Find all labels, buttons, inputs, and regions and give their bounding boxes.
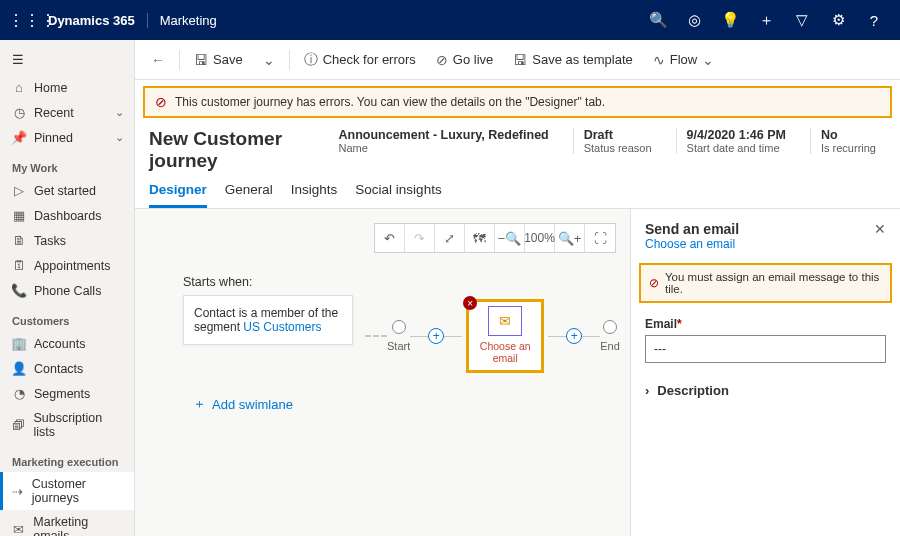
gear-icon[interactable]: ⚙ — [820, 11, 856, 29]
nav-recent[interactable]: ◷Recent⌄ — [0, 100, 134, 125]
tab-designer[interactable]: Designer — [149, 182, 207, 208]
tab-social-insights[interactable]: Social insights — [355, 182, 441, 208]
search-icon[interactable]: 🔍 — [640, 11, 676, 29]
panel-title: Send an email — [645, 221, 739, 237]
zoom-level[interactable]: 100% — [525, 224, 555, 252]
undo-button[interactable]: ↶ — [375, 224, 405, 252]
nav-marketing-emails[interactable]: ✉Marketing emails — [0, 510, 134, 536]
page-title: New Customer journey — [149, 128, 329, 172]
bulb-icon[interactable]: 💡 — [712, 11, 748, 29]
calendar-icon: 🗓 — [10, 258, 28, 273]
start-condition-box[interactable]: Contact is a member of the segment US Cu… — [183, 295, 353, 345]
nav-appointments[interactable]: 🗓Appointments — [0, 253, 134, 278]
error-icon: ⊘ — [155, 94, 167, 110]
fullscreen-button[interactable]: ⤢ — [435, 224, 465, 252]
start-node[interactable]: Start — [387, 320, 410, 352]
app-launcher-icon[interactable]: ⋮⋮⋮ — [8, 11, 44, 30]
email-icon: ✉ — [10, 522, 27, 537]
nav-sublists[interactable]: 🗊Subscription lists — [0, 406, 134, 444]
arrow-left-icon: ← — [151, 52, 165, 68]
add-swimlane-button[interactable]: ＋Add swimlane — [193, 395, 293, 413]
redo-button[interactable]: ↷ — [405, 224, 435, 252]
dashboard-icon: ▦ — [10, 208, 28, 223]
add-icon[interactable]: ＋ — [748, 11, 784, 30]
nav-contacts[interactable]: 👤Contacts — [0, 356, 134, 381]
save-template-button[interactable]: 🖫Save as template — [505, 48, 640, 72]
description-section[interactable]: › Description — [631, 373, 900, 408]
golive-icon: ⊘ — [436, 52, 448, 68]
plus-icon: ＋ — [193, 395, 206, 413]
hamburger-icon[interactable]: ☰ — [0, 44, 134, 75]
flow-icon: ∿ — [653, 52, 665, 68]
nav-phonecalls[interactable]: 📞Phone Calls — [0, 278, 134, 303]
building-icon: 🏢 — [10, 336, 28, 351]
module-name[interactable]: Marketing — [147, 13, 217, 28]
brand: Dynamics 365 — [44, 13, 135, 28]
assist-icon[interactable]: ◎ — [676, 11, 712, 29]
segment-link[interactable]: US Customers — [243, 320, 321, 334]
task-icon: 🗎 — [10, 233, 28, 248]
field-name-val: Announcement - Luxury, Redefined — [339, 128, 549, 142]
email-tile[interactable]: × ✉ Choose an email — [466, 299, 544, 373]
nav-header-mexec: Marketing execution — [0, 450, 134, 472]
flow-button[interactable]: ∿Flow ⌄ — [645, 48, 722, 72]
chevron-right-icon: › — [645, 383, 649, 398]
template-icon: 🖫 — [513, 52, 527, 68]
field-status-val: Draft — [584, 128, 652, 142]
save-icon: 🖫 — [194, 52, 208, 68]
nav-home[interactable]: ⌂Home — [0, 75, 134, 100]
nav-pinned[interactable]: 📌Pinned⌄ — [0, 125, 134, 150]
fit-button[interactable]: ⛶ — [585, 224, 615, 252]
nav-customer-journeys[interactable]: ⇢Customer journeys — [0, 472, 134, 510]
back-button[interactable]: ← — [143, 48, 173, 72]
save-button[interactable]: 🖫Save — [186, 48, 251, 72]
check-errors-button[interactable]: ⓘCheck for errors — [296, 47, 424, 73]
tab-general[interactable]: General — [225, 182, 273, 208]
designer-canvas[interactable]: ↶ ↷ ⤢ 🗺 −🔍 100% 🔍+ ⛶ Starts when: Contac… — [135, 209, 630, 536]
nav-segments[interactable]: ◔Segments — [0, 381, 134, 406]
nav-accounts[interactable]: 🏢Accounts — [0, 331, 134, 356]
tab-insights[interactable]: Insights — [291, 182, 338, 208]
field-start-val: 9/4/2020 1:46 PM — [687, 128, 786, 142]
record-header: New Customer journey Announcement - Luxu… — [135, 124, 900, 172]
home-icon: ⌂ — [10, 80, 28, 95]
chevron-down-icon: ⌄ — [115, 106, 124, 119]
panel-error: ⊘ You must assign an email message to th… — [639, 263, 892, 303]
zoom-in-button[interactable]: 🔍+ — [555, 224, 585, 252]
panel-subtitle-link[interactable]: Choose an email — [645, 237, 739, 251]
person-icon: 👤 — [10, 361, 28, 376]
journey-icon: ⇢ — [10, 484, 26, 499]
add-node-button[interactable]: + — [566, 328, 582, 344]
error-icon: ⊘ — [649, 276, 659, 290]
error-text: This customer journey has errors. You ca… — [175, 95, 605, 109]
field-recur-val: No — [821, 128, 876, 142]
tabs: Designer General Insights Social insight… — [135, 172, 900, 209]
go-live-button[interactable]: ⊘Go live — [428, 48, 501, 72]
sidebar: ☰ ⌂Home ◷Recent⌄ 📌Pinned⌄ My Work ▷Get s… — [0, 40, 135, 536]
canvas-toolbar: ↶ ↷ ⤢ 🗺 −🔍 100% 🔍+ ⛶ — [374, 223, 616, 253]
properties-panel: Send an email Choose an email ✕ ⊘ You mu… — [630, 209, 900, 536]
map-button[interactable]: 🗺 — [465, 224, 495, 252]
filter-icon[interactable]: ▽ — [784, 11, 820, 29]
save-dropdown[interactable]: ⌄ — [255, 48, 283, 72]
email-field-label: Email* — [645, 317, 886, 331]
chevron-down-icon: ⌄ — [702, 52, 714, 68]
nav-dashboards[interactable]: ▦Dashboards — [0, 203, 134, 228]
nav-header-mywork: My Work — [0, 156, 134, 178]
nav-header-customers: Customers — [0, 309, 134, 331]
pie-icon: ◔ — [10, 386, 28, 401]
end-node[interactable]: End — [600, 320, 620, 352]
zoom-out-button[interactable]: −🔍 — [495, 224, 525, 252]
starts-when-label: Starts when: — [183, 275, 252, 289]
command-bar: ← 🖫Save ⌄ ⓘCheck for errors ⊘Go live 🖫Sa… — [135, 40, 900, 80]
nav-tasks[interactable]: 🗎Tasks — [0, 228, 134, 253]
help-icon[interactable]: ? — [856, 12, 892, 29]
email-field-input[interactable]: --- — [645, 335, 886, 363]
add-node-button[interactable]: + — [428, 328, 444, 344]
tile-error-icon: × — [463, 296, 477, 310]
error-banner: ⊘ This customer journey has errors. You … — [143, 86, 892, 118]
close-panel-button[interactable]: ✕ — [874, 221, 886, 237]
play-icon: ▷ — [10, 183, 28, 198]
phone-icon: 📞 — [10, 283, 28, 298]
nav-getstarted[interactable]: ▷Get started — [0, 178, 134, 203]
